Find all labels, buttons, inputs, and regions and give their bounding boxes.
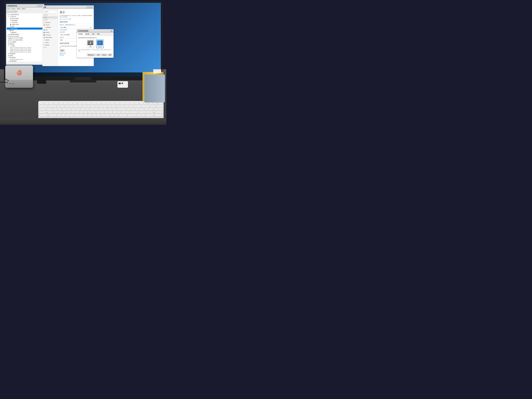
menu-view[interactable]: 查看(V) (17, 8, 21, 10)
maximize-button[interactable]: □ (39, 5, 41, 7)
menu-file[interactable]: 文件(F) (7, 8, 11, 10)
key-f1[interactable]: F1 (49, 102, 58, 105)
key-f5[interactable]: F5 (87, 102, 96, 105)
key-u[interactable]: U (108, 108, 117, 111)
tree-item-audio-multi[interactable]: ▼ 多功能和输出 (7, 60, 44, 62)
bootcamp-help-button[interactable]: 帮助 (108, 54, 112, 56)
bootcamp-tab-display[interactable]: 显示器 (84, 33, 91, 36)
key-1[interactable]: 1 (48, 105, 56, 108)
key-9[interactable]: 9 (116, 105, 124, 108)
bootcamp-windows-option[interactable]: 🗂 BOOTCAMPWindows (96, 40, 104, 48)
key-esc[interactable]: Esc (40, 102, 49, 105)
tree-item-mac2011[interactable]: ▼🖥 MAC2011:MINI1E (7, 36, 44, 37)
tree-item-portable[interactable]: ▶ 便携设备 (7, 43, 44, 45)
settings-nav-focus[interactable]: 🎯专注助手 (43, 24, 58, 26)
bootcamp-apply-button[interactable]: 应用(A) (101, 54, 107, 56)
key-w[interactable]: W (62, 108, 71, 111)
tree-item-event-viewer[interactable]: 📋事件查看器 (7, 20, 44, 22)
key-i[interactable]: I (117, 108, 126, 111)
tree-item-task-scheduler[interactable]: 📅任务计划程序 (7, 18, 44, 20)
key-j[interactable]: J (105, 111, 113, 114)
scale-dropdown[interactable]: 100% (推荐) ▼ (60, 26, 92, 29)
tree-item-monitor-node[interactable]: ▶ 监视器 (7, 55, 44, 57)
key-f9[interactable]: F9 (125, 102, 134, 105)
toolbar-up[interactable]: ↑ (12, 11, 14, 13)
tree-item-computer-local[interactable]: ▼🖥 计算机管理(本地) (7, 14, 44, 16)
key-k[interactable]: K (113, 111, 121, 114)
menu-action[interactable]: 操作(A) (12, 8, 16, 10)
key-4[interactable]: 4 (74, 105, 82, 108)
settings-nav-remote[interactable]: 🖥远程桌面 (43, 44, 58, 46)
tree-item-sd[interactable]: ▶ SD 主适配器 (7, 41, 44, 43)
key-s[interactable]: S (63, 111, 71, 114)
key-7[interactable]: 7 (99, 105, 107, 108)
key-e[interactable]: E (71, 108, 80, 111)
key-m[interactable]: M (110, 114, 119, 116)
bootcamp-cancel-button[interactable]: 取消 (96, 54, 101, 56)
tree-item-ide[interactable]: ▶💽 IDE ATA/ATAPI 控制器 (7, 37, 44, 39)
key-6[interactable]: 6 (90, 105, 99, 108)
key-0[interactable]: 0 (125, 105, 133, 108)
settings-nav-notifications[interactable]: 🔔通知和操作 (43, 21, 58, 24)
key-return[interactable]: Return (146, 111, 162, 114)
key-semicolon[interactable]: ; (130, 111, 138, 114)
tree-item-storage[interactable]: ▼💾 存储 (7, 30, 44, 32)
key-tab[interactable]: Tab (40, 108, 53, 111)
tree-item-cpu3[interactable]: Intel(R) Core(TM) i5-2415M CPU @ 2.30GHz (7, 50, 44, 51)
key-q[interactable]: Q (53, 108, 62, 111)
key-l[interactable]: L (121, 111, 129, 114)
settings-nav-sound[interactable]: 🔊声音 (43, 19, 58, 21)
key-comma[interactable]: , (119, 114, 127, 116)
key-lshift[interactable]: Shift (40, 114, 57, 116)
bootcamp-restart-button[interactable]: 重新启动(J)... (87, 54, 96, 56)
key-d[interactable]: D (71, 111, 79, 114)
settings-nav-clipboard[interactable]: 📋剪贴板 (43, 41, 58, 44)
key-f4[interactable]: F4 (77, 102, 87, 105)
key-f6[interactable]: F6 (96, 102, 106, 105)
bootcamp-tab-image[interactable]: 图像 (96, 33, 101, 36)
key-f2[interactable]: F2 (58, 102, 68, 105)
bootcamp-tab-options[interactable]: 选项 (91, 33, 96, 36)
hdr-color-link[interactable]: Windows HD Color 设置 (60, 18, 92, 20)
minimize-button[interactable]: _ (37, 5, 39, 7)
tree-item-ieee1394[interactable]: ▶ IEEE 1394 总线主控制器 (7, 39, 44, 41)
key-backtick[interactable]: ` (40, 105, 48, 108)
key-rshift[interactable]: Shift (146, 114, 162, 116)
tree-item-processor[interactable]: ▼⚡ 处理器 (7, 45, 44, 47)
key-5[interactable]: 5 (82, 105, 90, 108)
toolbar-back[interactable]: ← (7, 11, 9, 13)
key-quote[interactable]: ' (138, 111, 146, 114)
tree-item-services-apps[interactable]: ▶⚙ 服务和应用程序 (7, 33, 44, 36)
settings-nav-storage[interactable]: 💾存储 (43, 29, 58, 31)
key-t[interactable]: T (90, 108, 98, 111)
key-f[interactable]: F (79, 111, 87, 114)
settings-nav-home[interactable]: 🏠主页 (43, 14, 58, 16)
tree-item-system-tools[interactable]: ▼🔧 系统工具 (7, 16, 44, 18)
tree-item-intel-hd[interactable]: Intel(R) HD iGraphics 3000 (7, 59, 44, 60)
settings-nav-experience[interactable]: 🌟体验优化 (43, 39, 58, 41)
key-b[interactable]: B (92, 114, 101, 116)
tree-item-disk-mgmt[interactable]: 💿磁盘管理 (7, 32, 44, 33)
key-3[interactable]: 3 (65, 105, 73, 108)
key-f8[interactable]: F8 (115, 102, 125, 105)
tree-item-shared-folders[interactable]: 📁共享文件夹 (7, 22, 44, 24)
menu-help[interactable]: 帮助(H) (22, 8, 26, 10)
toolbar-forward[interactable]: → (9, 11, 12, 13)
tree-item-cpu4[interactable]: Intel(R) Core(TM) i5-2415M CPU @ 2.30GHz (7, 51, 44, 53)
key-slash[interactable]: / (137, 114, 145, 116)
device-tree[interactable]: ▼🖥 计算机管理(本地) ▼🔧 系统工具 📅任务计划程序 📋事件查看器 (6, 13, 44, 62)
settings-nav-about[interactable]: ℹ关于 (43, 46, 58, 49)
key-x[interactable]: X (66, 114, 74, 116)
bootcamp-mac-option[interactable]: 💾 MacmacOS (87, 40, 94, 48)
detect-button[interactable]: 检测 (60, 49, 65, 52)
key-2[interactable]: 2 (57, 105, 65, 108)
key-period[interactable]: . (128, 114, 136, 116)
bootcamp-dialog[interactable]: 启动转换控制面板 × 启动磁盘 显示器 选项 图像 请选择您要用来启动您的电脑系… (77, 29, 114, 58)
tree-item-cpu2[interactable]: Intel(R) Core(TM) i5-2415M CPU @ 2.30GHz (7, 48, 44, 50)
device-manager-window[interactable]: 计算机管理(本地) _ □ × 文件(F) 操作(A) 查看(V) 帮助(H) … (6, 4, 44, 65)
settings-minimize[interactable]: _ (86, 6, 88, 8)
toolbar-refresh[interactable]: ↺ (15, 11, 17, 13)
key-y[interactable]: Y (99, 108, 108, 111)
key-c[interactable]: C (75, 114, 83, 116)
settings-search-input[interactable] (43, 11, 57, 13)
